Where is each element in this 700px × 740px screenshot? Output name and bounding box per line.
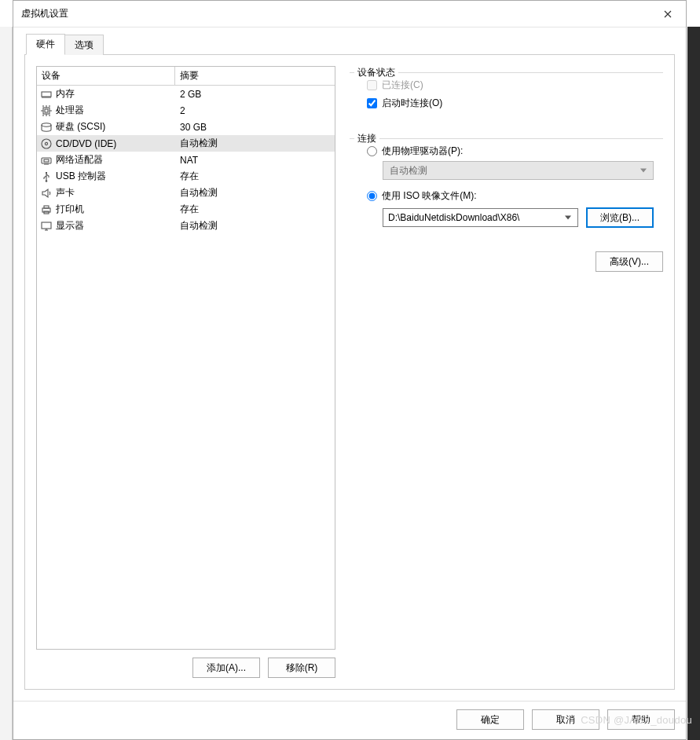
svg-rect-7 <box>44 159 49 162</box>
window-title: 虚拟机设置 <box>21 7 68 20</box>
background-left-strip <box>0 27 13 740</box>
summary-cell: 自动检测 <box>175 186 335 200</box>
summary-cell: 存在 <box>175 203 335 216</box>
summary-cell: 30 GB <box>175 122 335 133</box>
device-cell: 内存 <box>37 87 175 101</box>
add-button[interactable]: 添加(A)... <box>192 658 260 678</box>
connected-label: 已连接(C) <box>382 79 423 92</box>
cpu-icon <box>40 104 53 117</box>
device-label: CD/DVD (IDE) <box>56 138 116 149</box>
background-right-strip <box>687 27 700 740</box>
table-row[interactable]: CD/DVD (IDE)自动检测 <box>37 135 335 152</box>
device-cell: 处理器 <box>37 104 175 117</box>
printer-icon <box>40 203 53 216</box>
connect-at-poweron-label: 启动时连接(O) <box>382 97 442 110</box>
table-row[interactable]: USB 控制器存在 <box>37 168 335 185</box>
summary-cell: 2 GB <box>175 89 335 100</box>
vm-settings-window: 虚拟机设置 硬件 选项 设备 摘要 内存2 GB处理器2硬盘 (SCSI)30 … <box>13 0 687 740</box>
table-header: 设备 摘要 <box>37 67 335 86</box>
connect-at-poweron-checkbox[interactable] <box>367 98 377 108</box>
connection-legend: 连接 <box>354 132 379 145</box>
table-row[interactable]: 显示器自动检测 <box>37 218 335 234</box>
table-row[interactable]: 声卡自动检测 <box>37 185 335 201</box>
svg-rect-12 <box>42 222 51 229</box>
connection-group: 连接 使用物理驱动器(P): 自动检测 使用 ISO 映像文件(M): <box>350 132 663 239</box>
svg-point-5 <box>45 142 47 145</box>
table-row[interactable]: 硬盘 (SCSI)30 GB <box>37 119 335 135</box>
tab-page-hardware: 设备 摘要 内存2 GB处理器2硬盘 (SCSI)30 GBCD/DVD (ID… <box>24 54 675 690</box>
dialog-footer: 确定 取消 帮助 <box>13 701 686 739</box>
browse-button[interactable]: 浏览(B)... <box>586 207 654 228</box>
svg-point-4 <box>42 139 51 148</box>
connected-checkbox-row: 已连接(C) <box>367 79 654 92</box>
net-icon <box>40 154 53 167</box>
help-button[interactable]: 帮助 <box>607 709 675 730</box>
hardware-left-column: 设备 摘要 内存2 GB处理器2硬盘 (SCSI)30 GBCD/DVD (ID… <box>36 66 335 678</box>
device-label: 声卡 <box>56 186 75 200</box>
titlebar: 虚拟机设置 <box>13 1 686 27</box>
device-label: 内存 <box>56 87 75 101</box>
device-status-group: 设备状态 已连接(C) 启动时连接(O) <box>350 66 663 124</box>
window-close-button[interactable] <box>650 1 686 27</box>
summary-cell: 自动检测 <box>175 137 335 150</box>
cancel-button[interactable]: 取消 <box>532 709 599 730</box>
device-cell: 打印机 <box>37 203 175 216</box>
device-label: 处理器 <box>56 104 84 117</box>
physical-drive-select: 自动检测 <box>383 161 654 180</box>
hdd-icon <box>40 121 53 134</box>
device-cell: 网络适配器 <box>37 153 175 167</box>
table-row[interactable]: 打印机存在 <box>37 201 335 218</box>
connected-checkbox <box>367 80 377 90</box>
summary-cell: 存在 <box>175 170 335 183</box>
iso-file-label: 使用 ISO 映像文件(M): <box>382 189 477 203</box>
physical-drive-label: 使用物理驱动器(P): <box>382 145 463 158</box>
table-row[interactable]: 处理器2 <box>37 102 335 119</box>
connect-at-poweron-row[interactable]: 启动时连接(O) <box>367 97 654 110</box>
iso-file-select[interactable]: D:\BaiduNetdiskDownload\X86\ <box>383 208 578 227</box>
memory-icon <box>40 88 53 101</box>
device-label: USB 控制器 <box>56 170 106 183</box>
svg-rect-1 <box>43 108 49 114</box>
summary-cell: 自动检测 <box>175 219 335 233</box>
device-label: 打印机 <box>56 203 84 216</box>
iso-file-radio-row[interactable]: 使用 ISO 映像文件(M): <box>367 189 654 203</box>
sound-icon <box>40 187 53 200</box>
header-summary[interactable]: 摘要 <box>175 67 335 86</box>
device-cell: 硬盘 (SCSI) <box>37 120 175 134</box>
table-row[interactable]: 网络适配器NAT <box>37 152 335 168</box>
remove-button[interactable]: 移除(R) <box>268 658 335 678</box>
summary-cell: NAT <box>175 155 335 166</box>
display-icon <box>40 220 53 233</box>
device-label: 网络适配器 <box>56 153 103 167</box>
device-cell: 显示器 <box>37 219 175 233</box>
hardware-right-column: 设备状态 已连接(C) 启动时连接(O) 连接 使用物理驱动器(P): <box>350 66 663 678</box>
svg-rect-10 <box>44 206 49 208</box>
device-table: 设备 摘要 内存2 GB处理器2硬盘 (SCSI)30 GBCD/DVD (ID… <box>36 66 335 650</box>
physical-drive-select-value: 自动检测 <box>390 164 427 178</box>
cd-icon <box>40 137 53 150</box>
client-area: 硬件 选项 设备 摘要 内存2 GB处理器2硬盘 (SCSI)30 GBCD/D… <box>13 27 686 701</box>
advanced-button[interactable]: 高级(V)... <box>596 251 663 272</box>
table-row[interactable]: 内存2 GB <box>37 86 335 102</box>
iso-file-row: D:\BaiduNetdiskDownload\X86\ 浏览(B)... <box>383 207 654 228</box>
svg-rect-6 <box>42 158 51 163</box>
table-buttons: 添加(A)... 移除(R) <box>36 658 335 678</box>
tab-hardware[interactable]: 硬件 <box>26 34 65 55</box>
physical-drive-radio[interactable] <box>367 146 377 156</box>
device-cell: 声卡 <box>37 186 175 200</box>
iso-file-radio[interactable] <box>367 191 377 201</box>
ok-button[interactable]: 确定 <box>456 709 524 730</box>
physical-drive-radio-row[interactable]: 使用物理驱动器(P): <box>367 145 654 158</box>
advanced-row: 高级(V)... <box>350 251 663 272</box>
tab-options[interactable]: 选项 <box>64 35 104 55</box>
device-cell: CD/DVD (IDE) <box>37 137 175 150</box>
svg-point-3 <box>42 123 51 126</box>
svg-rect-0 <box>42 92 51 97</box>
device-label: 硬盘 (SCSI) <box>56 120 105 134</box>
summary-cell: 2 <box>175 105 335 116</box>
iso-file-path: D:\BaiduNetdiskDownload\X86\ <box>388 212 519 223</box>
table-body: 内存2 GB处理器2硬盘 (SCSI)30 GBCD/DVD (IDE)自动检测… <box>37 86 335 649</box>
usb-icon <box>40 170 53 183</box>
device-cell: USB 控制器 <box>37 170 175 183</box>
header-device[interactable]: 设备 <box>37 67 175 86</box>
